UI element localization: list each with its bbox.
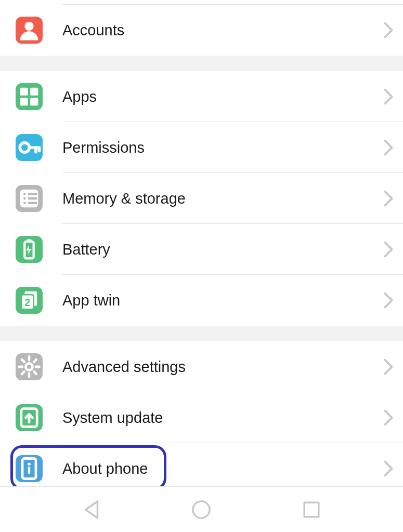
settings-item-advanced[interactable]: Advanced settings [0, 341, 403, 392]
svg-rect-2 [30, 88, 38, 96]
settings-item-apptwin[interactable]: 2 App twin [0, 275, 403, 326]
settings-item-memory[interactable]: Memory & storage [0, 173, 403, 224]
settings-item-sysupdate[interactable]: System update [0, 392, 403, 443]
svg-point-23 [193, 501, 210, 517]
group-divider [0, 326, 403, 341]
chevron-right-icon [383, 21, 394, 39]
svg-point-7 [23, 193, 26, 195]
settings-item-label: Apps [62, 88, 383, 105]
key-icon [16, 134, 43, 161]
chevron-right-icon [383, 241, 394, 258]
settings-item-battery[interactable]: Battery [0, 224, 403, 275]
nav-back-button[interactable] [80, 498, 103, 522]
svg-point-8 [23, 197, 26, 200]
settings-item-permissions[interactable]: Permissions [0, 122, 403, 173]
svg-rect-1 [20, 88, 28, 96]
chevron-right-icon [383, 409, 394, 427]
android-navbar [0, 486, 403, 532]
chevron-right-icon [383, 460, 394, 477]
apps-icon [16, 83, 43, 110]
chevron-right-icon [383, 139, 394, 156]
group-divider [0, 56, 403, 71]
nav-home-button[interactable] [189, 498, 213, 522]
chevron-right-icon [383, 190, 394, 207]
chevron-right-icon [383, 291, 394, 309]
update-icon [16, 404, 43, 431]
chevron-right-icon [383, 358, 394, 376]
svg-point-9 [23, 202, 26, 204]
svg-rect-12 [28, 202, 37, 204]
nav-recent-button[interactable] [300, 498, 323, 522]
svg-rect-22 [28, 467, 30, 474]
svg-text:2: 2 [24, 297, 30, 308]
apptwin-icon: 2 [16, 287, 43, 314]
svg-rect-10 [28, 193, 37, 195]
settings-item-accounts[interactable]: Accounts [0, 5, 403, 56]
settings-item-label: Memory & storage [62, 190, 383, 207]
svg-point-21 [28, 463, 31, 466]
chevron-right-icon [383, 88, 394, 105]
settings-item-label: About phone [62, 460, 383, 477]
storage-icon [16, 185, 43, 212]
svg-rect-11 [28, 197, 37, 200]
settings-item-label: Advanced settings [62, 358, 383, 376]
svg-point-0 [24, 22, 33, 31]
info-icon [16, 455, 43, 482]
svg-rect-14 [27, 240, 32, 242]
settings-item-label: Accounts [62, 22, 383, 39]
svg-rect-24 [304, 502, 319, 517]
battery-icon [16, 236, 43, 263]
settings-item-label: Permissions [62, 139, 383, 156]
person-icon [16, 17, 43, 44]
gear-icon [16, 353, 43, 380]
svg-rect-4 [30, 98, 38, 105]
settings-item-about[interactable]: About phone [0, 443, 403, 486]
settings-item-label: System update [62, 409, 383, 427]
settings-item-apps[interactable]: Apps [0, 71, 403, 122]
svg-rect-3 [20, 98, 28, 105]
settings-item-label: Battery [62, 241, 383, 258]
settings-item-label: App twin [62, 292, 383, 309]
svg-point-18 [26, 364, 33, 370]
